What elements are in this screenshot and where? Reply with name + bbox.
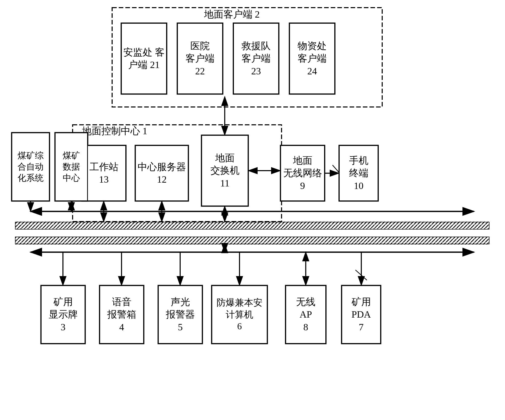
computer6-label: 防爆兼本安计算机6: [217, 297, 262, 332]
client24-label: 物资处客户端24: [298, 40, 327, 77]
computer6-box: 防爆兼本安计算机6: [211, 285, 268, 344]
coal-data-box: 煤矿数据中心: [55, 132, 88, 201]
workstation13-box: 工作站13: [82, 145, 126, 201]
client21-label: 安监处 客户端 21: [122, 46, 166, 71]
alarm4-box: 语音报警箱4: [99, 285, 144, 344]
ground-control1-title: 地面控制中心 1: [79, 125, 150, 137]
client22-label: 医院客户端22: [185, 40, 215, 77]
client24-box: 物资处客户端24: [289, 23, 335, 94]
server12-label: 中心服务器12: [138, 161, 186, 186]
ap8-box: 无线AP8: [285, 285, 326, 344]
coal-data-label: 煤矿数据中心: [63, 150, 80, 184]
coal-auto-box: 煤矿综合自动化系统: [11, 132, 50, 201]
switch11-label: 地面交换机11: [210, 152, 240, 189]
light5-label: 声光报警器5: [166, 296, 195, 333]
ap8-label: 无线AP8: [296, 296, 315, 333]
svg-rect-7: [15, 222, 489, 229]
display3-box: 矿用显示牌3: [41, 285, 85, 344]
client21-box: 安监处 客户端 21: [121, 23, 167, 94]
display3-label: 矿用显示牌3: [49, 296, 78, 333]
ground-client2-title: 地面客户端 2: [194, 8, 270, 21]
server12-box: 中心服务器12: [135, 145, 189, 201]
phone10-box: 手机终端10: [339, 145, 378, 201]
svg-rect-8: [15, 237, 489, 244]
coal-auto-label: 煤矿综合自动化系统: [18, 150, 44, 184]
wireless-net9-box: 地面无线网络9: [280, 145, 325, 201]
client23-label: 救援队客户端23: [242, 40, 271, 77]
client23-box: 救援队客户端23: [233, 23, 279, 94]
pda7-label: 矿用PDA7: [351, 296, 371, 333]
alarm4-label: 语音报警箱4: [107, 296, 136, 333]
client22-box: 医院客户端22: [177, 23, 223, 94]
phone10-label: 手机终端10: [349, 154, 368, 192]
pda7-box: 矿用PDA7: [341, 285, 381, 344]
light5-box: 声光报警器5: [158, 285, 203, 344]
wireless-net9-label: 地面无线网络9: [283, 154, 322, 192]
switch11-box: 地面交换机11: [201, 135, 248, 206]
workstation13-label: 工作站13: [89, 161, 118, 186]
diagram: 地面客户端 2 安监处 客户端 21 医院客户端22 救援队客户端23 物资处客…: [0, 0, 505, 420]
